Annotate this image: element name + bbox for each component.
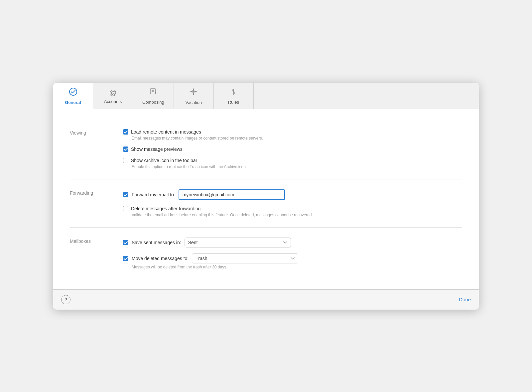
- general-icon: [69, 87, 77, 98]
- help-label: ?: [65, 297, 67, 302]
- mailboxes-label: Mailboxes: [70, 238, 123, 269]
- vacation-icon: [189, 87, 198, 98]
- mailboxes-options: Save sent messages in: Sent Drafts Archi…: [123, 238, 462, 269]
- show-archive-label: Show Archive icon in the toolbar: [131, 158, 197, 163]
- tab-rules[interactable]: Rules: [214, 83, 254, 109]
- forward-email-row: Forward my email to:: [123, 189, 462, 200]
- show-previews-label: Show message previews: [131, 147, 183, 152]
- load-remote-checkbox[interactable]: [123, 129, 128, 135]
- svg-point-0: [69, 88, 77, 95]
- footer: ? Done: [53, 289, 479, 310]
- delete-after-forward-desc: Validate the email address before enabli…: [132, 213, 462, 217]
- done-button[interactable]: Done: [459, 297, 471, 302]
- tab-vacation[interactable]: Vacation: [174, 83, 214, 109]
- show-archive-desc: Enable this option to replace the Trash …: [132, 164, 462, 169]
- show-previews-option: Show message previews: [123, 147, 462, 152]
- tab-vacation-label: Vacation: [185, 100, 202, 105]
- sent-select[interactable]: Sent Drafts Archive: [185, 238, 291, 247]
- deleted-checkbox[interactable]: [123, 256, 128, 261]
- show-archive-option: Show Archive icon in the toolbar Enable …: [123, 158, 462, 169]
- tab-general-label: General: [65, 100, 81, 105]
- show-previews-checkbox[interactable]: [123, 147, 128, 152]
- viewing-options: Load remote content in messages Email me…: [123, 129, 462, 169]
- load-remote-label: Load remote content in messages: [131, 129, 201, 135]
- deleted-messages-option: Move deleted messages to: Trash Archive …: [123, 253, 462, 269]
- tab-accounts-label: Accounts: [104, 99, 122, 104]
- tab-composing[interactable]: Composing: [133, 83, 174, 109]
- help-button[interactable]: ?: [61, 295, 70, 304]
- forward-email-input[interactable]: [179, 189, 285, 200]
- load-remote-desc: Email messages may contain images or con…: [132, 136, 462, 141]
- settings-window: General @ Accounts Composing: [53, 83, 479, 310]
- viewing-label: Viewing: [70, 129, 123, 169]
- mailboxes-section: Mailboxes Save sent messages in: Sent Dr…: [70, 228, 462, 279]
- rules-icon: [229, 88, 237, 98]
- sent-messages-row: Save sent messages in: Sent Drafts Archi…: [123, 238, 462, 247]
- delete-after-forward-option: Delete messages after forwarding Validat…: [123, 206, 462, 217]
- composing-icon: [149, 88, 157, 98]
- tab-rules-label: Rules: [228, 100, 239, 105]
- delete-after-forward-checkbox[interactable]: [123, 206, 128, 211]
- deleted-select[interactable]: Trash Archive: [192, 253, 298, 263]
- deleted-desc: Messages will be deleted from the trash …: [132, 265, 462, 269]
- load-remote-option: Load remote content in messages Email me…: [123, 129, 462, 141]
- show-archive-checkbox[interactable]: [123, 158, 128, 163]
- forwarding-section: Forwarding Forward my email to: Delete m…: [70, 179, 462, 228]
- viewing-section: Viewing Load remote content in messages …: [70, 119, 462, 179]
- tab-bar: General @ Accounts Composing: [53, 83, 479, 109]
- sent-label: Save sent messages in:: [132, 240, 181, 245]
- accounts-icon: @: [109, 88, 116, 97]
- forward-checkbox[interactable]: [123, 192, 128, 197]
- sent-checkbox[interactable]: [123, 240, 128, 245]
- forwarding-options: Forward my email to: Delete messages aft…: [123, 189, 462, 217]
- forwarding-label: Forwarding: [70, 189, 123, 217]
- deleted-label: Move deleted messages to:: [132, 256, 189, 261]
- tab-accounts[interactable]: @ Accounts: [93, 83, 133, 109]
- tab-general[interactable]: General: [53, 83, 93, 109]
- tab-composing-label: Composing: [142, 100, 164, 105]
- delete-after-forward-label: Delete messages after forwarding: [131, 206, 200, 211]
- main-content: Viewing Load remote content in messages …: [53, 109, 479, 289]
- forward-to-label: Forward my email to:: [132, 192, 175, 197]
